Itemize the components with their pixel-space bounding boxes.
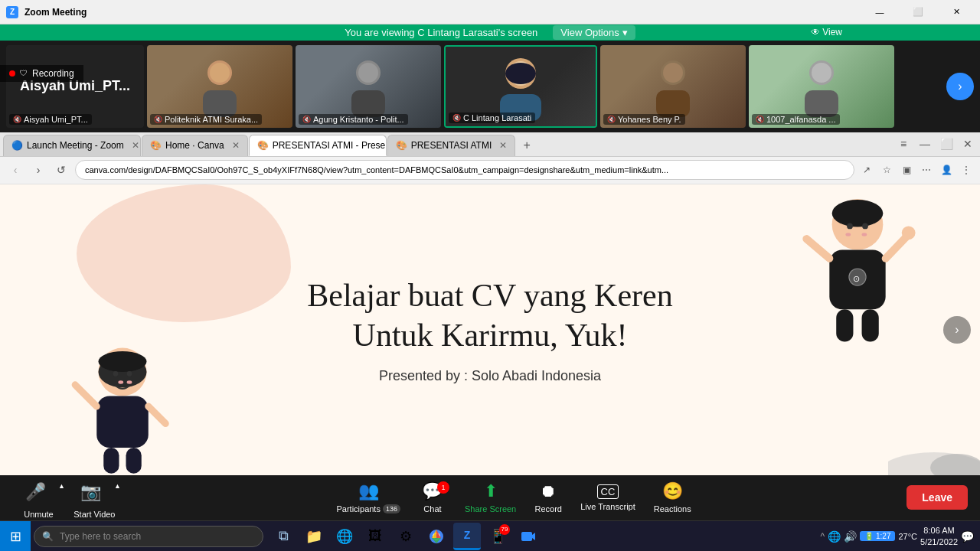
whatsapp-taskbar[interactable]: 📱 79 [484, 523, 511, 550]
edge-browser-taskbar[interactable]: 🌐 [331, 523, 358, 550]
reload-button[interactable]: ↺ [52, 161, 70, 179]
slide-subtitle: Presented by : Solo Abadi Indonesia [379, 368, 601, 384]
close-tab-canva[interactable]: ✕ [232, 140, 240, 151]
battery-indicator[interactable]: 🔋 1:27 [860, 531, 895, 541]
svg-rect-4 [351, 90, 385, 117]
task-view-button[interactable]: ⧉ [270, 523, 297, 550]
participant-label-3: 🔇 C Lintang Larasati [449, 112, 535, 123]
photos-taskbar[interactable]: 🖼 [361, 523, 389, 550]
notifications-icon[interactable]: 💬 [961, 530, 974, 543]
address-input[interactable] [75, 160, 854, 180]
next-participant-button[interactable]: › [946, 73, 974, 100]
app-window: Z Zoom Meeting — ⬜ ✕ You are viewing C L… [0, 0, 980, 551]
battery-icon: 🔋 [864, 532, 874, 540]
browser-minimize-button[interactable]: — [916, 135, 934, 153]
chat-button[interactable]: 💬 Chat 1 [410, 475, 456, 520]
participants-icon: 👥 [358, 481, 379, 501]
unmute-group: 🎤 ▲ Unmute [12, 476, 65, 519]
leave-button[interactable]: Leave [906, 485, 968, 510]
speaker-icon[interactable]: 🔊 [844, 530, 857, 543]
svg-rect-27 [126, 448, 142, 474]
svg-point-18 [99, 351, 147, 372]
start-button[interactable]: ⊞ [0, 521, 31, 552]
participant-thumb-4[interactable]: 🔇 Yohanes Beny P. [600, 45, 746, 128]
system-clock[interactable]: 8:06 AM 5/21/2022 [920, 525, 958, 547]
zoom-camera-taskbar[interactable] [514, 523, 542, 550]
participant-thumb-0[interactable]: Aisyah Umi_PT... 🔇 Aisyah Umi_PT... [6, 45, 144, 128]
participant-label-4: 🔇 Yohanes Beny P. [603, 114, 685, 125]
sidebar-toggle-icon[interactable]: ▣ [899, 162, 914, 178]
chat-label: Chat [423, 504, 441, 514]
maximize-button[interactable]: ⬜ [900, 0, 936, 24]
whatsapp-badge: 79 [499, 524, 510, 535]
record-button[interactable]: ⏺ Record [525, 475, 571, 520]
minimize-button[interactable]: — [862, 0, 897, 24]
zoom-taskbar[interactable]: Z [453, 523, 481, 550]
shield-icon: 🛡 [20, 69, 28, 77]
chevron-down-icon: ▾ [622, 27, 628, 38]
participants-button[interactable]: 👥 Participants 136 [327, 475, 410, 520]
forward-button[interactable]: › [29, 161, 47, 179]
title-bar: Z Zoom Meeting — ⬜ ✕ [0, 0, 980, 24]
back-button[interactable]: ‹ [6, 161, 24, 179]
close-button[interactable]: ✕ [939, 0, 974, 24]
video-group: 📷 ▲ Start Video [68, 476, 121, 519]
browser-maximize-button[interactable]: ⬜ [937, 135, 956, 153]
view-icon: 👁 View [811, 27, 842, 37]
participant-thumb-5[interactable]: 🔇 1007_alfanasda ... [749, 45, 894, 128]
svg-rect-41 [862, 309, 879, 341]
participants-row: Aisyah Umi_PT... 🔇 Aisyah Umi_PT... 🔇 [0, 41, 980, 132]
view-options-button[interactable]: View Options ▾ [553, 25, 635, 40]
svg-point-32 [845, 233, 851, 236]
network-icon[interactable]: 🌐 [828, 530, 841, 543]
new-tab-button[interactable]: + [516, 135, 537, 156]
clock-time: 8:06 AM [920, 525, 958, 536]
record-icon: ⏺ [540, 481, 557, 501]
unmute-button[interactable]: 🎤 [12, 476, 58, 508]
svg-point-9 [505, 63, 536, 84]
slide-content: Belajar buat CV yang Keren Untuk Karirmu… [0, 184, 980, 475]
extensions-icon[interactable]: ⋯ [919, 162, 934, 178]
share-screen-button[interactable]: ⬆ Share Screen [456, 475, 525, 520]
unmute-label: Unmute [24, 510, 54, 519]
recording-indicator: 🛡 Recording [0, 65, 83, 82]
participants-count-badge: 136 [383, 504, 400, 514]
file-explorer-taskbar[interactable]: 📁 [300, 523, 328, 550]
tab-canva-home[interactable]: 🎨 Home · Canva ✕ [142, 135, 248, 156]
character-top-right: ⊙ [796, 192, 919, 345]
cc-icon: CC [597, 484, 619, 499]
video-arrow[interactable]: ▲ [114, 482, 121, 490]
toolbar-left: 🎤 ▲ Unmute 📷 ▲ Start Video [12, 476, 121, 519]
record-label: Record [535, 504, 562, 514]
bookmark-icon[interactable]: ☆ [879, 162, 894, 178]
unmute-arrow[interactable]: ▲ [58, 482, 65, 490]
microphone-muted-icon: 🎤 [25, 482, 46, 502]
next-slide-button[interactable]: › [943, 316, 971, 344]
participant-thumb-3[interactable]: 🔇 C Lintang Larasati [444, 45, 597, 128]
chrome-taskbar[interactable] [423, 523, 450, 550]
share-icon[interactable]: ↗ [859, 162, 874, 178]
zoom-taskbar-icon: Z [464, 529, 471, 541]
ground-decoration [888, 429, 980, 475]
profile-icon[interactable]: 👤 [939, 162, 954, 178]
tab-presentation-active[interactable]: 🎨 PRESENTASI ATMI - Presentation ✕ [249, 135, 387, 156]
browser-close-button[interactable]: ✕ [959, 135, 977, 153]
tab-zoom[interactable]: 🔵 Launch Meeting - Zoom ✕ [3, 135, 141, 156]
taskbar-search[interactable]: 🔍 Type here to search [34, 526, 263, 547]
chevron-up-icon[interactable]: ^ [820, 531, 825, 542]
browser-menu-button[interactable]: ≡ [894, 135, 913, 153]
svg-point-20 [127, 371, 132, 377]
close-tab-atmi[interactable]: ✕ [499, 140, 507, 151]
close-tab-zoom[interactable]: ✕ [132, 140, 139, 151]
participant-label-1: 🔇 Politeknik ATMI Suraka... [150, 114, 262, 125]
mic-muted-icon-2: 🔇 [302, 116, 311, 123]
start-video-button[interactable]: 📷 [68, 476, 114, 508]
live-transcript-button[interactable]: CC Live Transcript [571, 475, 645, 520]
tab-presentasi-atmi[interactable]: 🎨 PRESENTASI ATMI ✕ [387, 135, 516, 156]
reactions-button[interactable]: 😊 Reactions [645, 475, 701, 520]
participant-thumb-1[interactable]: 🔇 Politeknik ATMI Suraka... [147, 45, 292, 128]
browser-options-icon[interactable]: ⋮ [959, 162, 974, 178]
settings-taskbar[interactable]: ⚙ [392, 523, 420, 550]
svg-line-35 [806, 239, 829, 259]
participant-thumb-2[interactable]: 🔇 Agung Kristanto - Polit... [296, 45, 441, 128]
